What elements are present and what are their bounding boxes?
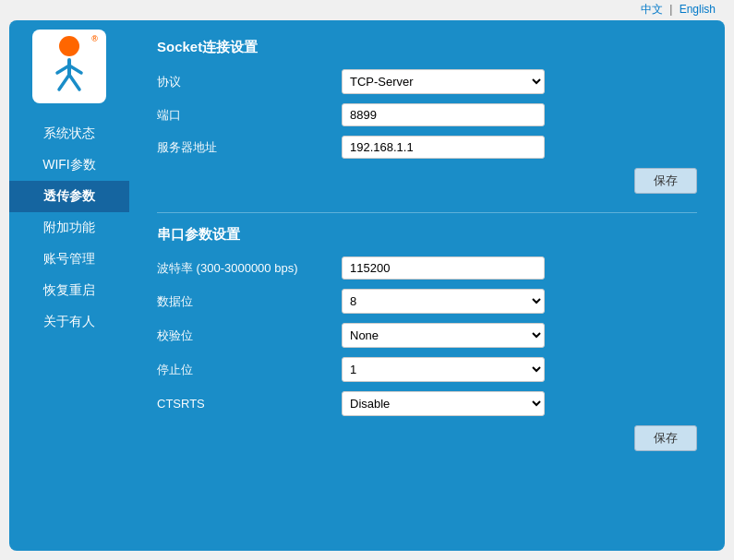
logo-inner: ® — [37, 34, 102, 99]
protocol-row: 协议 TCP-Server TCP-Client UDP-Server UDP-… — [157, 69, 697, 94]
section-divider — [157, 212, 697, 213]
protocol-label: 协议 — [157, 74, 342, 90]
serial-save-row: 保存 — [157, 425, 697, 451]
socket-section: Socket连接设置 协议 TCP-Server TCP-Client UDP-… — [157, 39, 697, 194]
svg-line-4 — [69, 75, 79, 89]
data-bits-wrap: 5 6 7 8 — [342, 289, 545, 314]
svg-line-3 — [59, 75, 69, 89]
stop-bits-select[interactable]: 1 1.5 2 — [342, 357, 545, 382]
port-wrap — [342, 103, 545, 126]
logo: ® — [32, 30, 106, 103]
ctsrts-row: CTSRTS Disable Enable — [157, 391, 697, 416]
lang-bar: 中文 | English — [0, 0, 734, 19]
serial-section: 串口参数设置 波特率 (300-3000000 bps) 数据位 5 6 7 8 — [157, 226, 697, 451]
parity-select[interactable]: None Odd Even Mark Space — [342, 323, 545, 348]
port-label: 端口 — [157, 107, 342, 124]
server-address-wrap — [342, 136, 545, 159]
sidebar-item-system-status[interactable]: 系统状态 — [9, 118, 129, 149]
stop-bits-wrap: 1 1.5 2 — [342, 357, 545, 382]
server-address-label: 服务器地址 — [157, 139, 342, 156]
stop-bits-label: 停止位 — [157, 362, 342, 378]
protocol-select[interactable]: TCP-Server TCP-Client UDP-Server UDP-Cli… — [342, 69, 545, 94]
baud-rate-row: 波特率 (300-3000000 bps) — [157, 256, 697, 280]
logo-r-mark: ® — [91, 34, 98, 43]
lang-english[interactable]: English — [680, 3, 716, 16]
sidebar: ® 系统状态 — [9, 20, 129, 551]
server-address-row: 服务器地址 — [157, 136, 697, 159]
lang-chinese[interactable]: 中文 — [641, 3, 663, 16]
socket-section-title: Socket连接设置 — [157, 39, 697, 56]
logo-circle — [59, 36, 79, 56]
server-address-input[interactable] — [342, 136, 545, 159]
parity-label: 校验位 — [157, 328, 342, 344]
ctsrts-select[interactable]: Disable Enable — [342, 391, 545, 416]
parity-wrap: None Odd Even Mark Space — [342, 323, 545, 348]
lang-separator: | — [669, 3, 672, 16]
sidebar-item-wifi-params[interactable]: WIFI参数 — [9, 149, 129, 181]
data-bits-row: 数据位 5 6 7 8 — [157, 289, 697, 314]
baud-rate-input[interactable] — [342, 256, 545, 280]
port-row: 端口 — [157, 103, 697, 126]
logo-body — [50, 58, 89, 102]
nav-menu: 系统状态 WIFI参数 透传参数 附加功能 账号管理 恢复重启 关于有人 — [9, 118, 129, 338]
serial-section-title: 串口参数设置 — [157, 226, 697, 244]
main-wrapper: ® 系统状态 — [9, 20, 725, 551]
stop-bits-row: 停止位 1 1.5 2 — [157, 357, 697, 382]
ctsrts-label: CTSRTS — [157, 397, 342, 411]
socket-save-row: 保存 — [157, 168, 697, 194]
sidebar-item-about[interactable]: 关于有人 — [9, 306, 129, 338]
sidebar-item-account[interactable]: 账号管理 — [9, 244, 129, 275]
sidebar-item-transparent-params[interactable]: 透传参数 — [9, 181, 129, 212]
data-bits-select[interactable]: 5 6 7 8 — [342, 289, 545, 314]
sidebar-item-restore[interactable]: 恢复重启 — [9, 275, 129, 306]
baud-rate-label: 波特率 (300-3000000 bps) — [157, 260, 342, 277]
baud-rate-wrap — [342, 256, 545, 280]
content-area: Socket连接设置 协议 TCP-Server TCP-Client UDP-… — [129, 20, 725, 551]
ctsrts-wrap: Disable Enable — [342, 391, 545, 416]
serial-save-button[interactable]: 保存 — [634, 425, 697, 451]
parity-row: 校验位 None Odd Even Mark Space — [157, 323, 697, 348]
sidebar-item-addon[interactable]: 附加功能 — [9, 212, 129, 244]
data-bits-label: 数据位 — [157, 293, 342, 310]
protocol-wrap: TCP-Server TCP-Client UDP-Server UDP-Cli… — [342, 69, 545, 94]
port-input[interactable] — [342, 103, 545, 126]
socket-save-button[interactable]: 保存 — [634, 168, 697, 194]
